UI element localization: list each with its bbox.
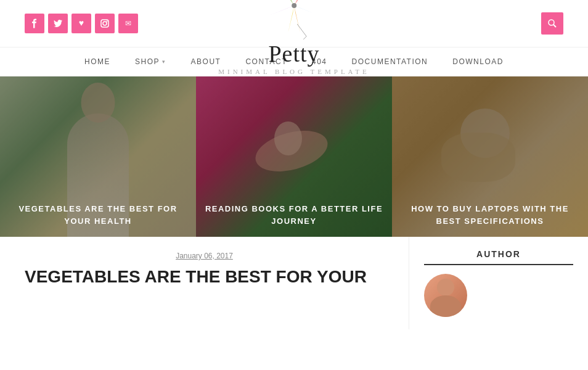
social-icons: ♥ ✉ <box>25 14 138 33</box>
logo-subtitle: Minimal Blog Template <box>218 68 370 75</box>
svg-point-6 <box>549 20 554 25</box>
article-preview: January 06, 2017 VEGETABLES ARE THE BEST… <box>0 237 409 329</box>
author-label: AUTHOR <box>424 249 573 265</box>
svg-point-1 <box>103 22 107 25</box>
email-icon[interactable]: ✉ <box>118 14 138 33</box>
featured-post-2[interactable]: READING BOOKS FOR A BETTER LIFE JOURNEY <box>196 76 392 237</box>
logo: Petty Minimal Blog Template <box>218 0 370 75</box>
author-avatar <box>424 274 467 317</box>
article-date: January 06, 2017 <box>25 252 384 260</box>
featured-caption-3: HOW TO BUY LAPTOPS WITH THE BEST SPECIFI… <box>392 193 588 237</box>
search-button[interactable] <box>541 12 563 35</box>
svg-line-4 <box>297 24 306 36</box>
sidebar: AUTHOR <box>409 237 588 329</box>
svg-line-7 <box>553 25 556 27</box>
shop-chevron: ▾ <box>162 59 166 65</box>
facebook-icon[interactable] <box>25 14 44 33</box>
author-content <box>424 274 573 317</box>
heart-icon[interactable]: ♥ <box>71 14 91 33</box>
header: ♥ ✉ <box>0 0 588 47</box>
nav-download[interactable]: DOWNLOAD <box>440 47 516 76</box>
article-title[interactable]: VEGETABLES ARE THE BEST FOR YOUR <box>25 266 384 287</box>
bottom-section: January 06, 2017 VEGETABLES ARE THE BEST… <box>0 237 588 329</box>
featured-post-3[interactable]: HOW TO BUY LAPTOPS WITH THE BEST SPECIFI… <box>392 76 588 237</box>
featured-post-1[interactable]: VEGETABLES ARE THE BEST FOR YOUR HEALTH <box>0 76 196 237</box>
featured-grid: VEGETABLES ARE THE BEST FOR YOUR HEALTH … <box>0 76 588 237</box>
twitter-icon[interactable] <box>48 14 68 33</box>
logo-text: Petty <box>268 41 319 67</box>
featured-caption-1: VEGETABLES ARE THE BEST FOR YOUR HEALTH <box>0 193 196 237</box>
instagram-icon[interactable] <box>95 14 115 33</box>
featured-caption-2: READING BOOKS FOR A BETTER LIFE JOURNEY <box>196 193 392 237</box>
nav-shop[interactable]: SHOP ▾ <box>123 47 179 76</box>
svg-line-5 <box>300 36 306 39</box>
svg-point-3 <box>292 3 296 8</box>
nav-home[interactable]: HOME <box>72 47 123 76</box>
svg-point-2 <box>107 21 108 22</box>
logo-graphic <box>260 0 328 39</box>
logo-title: Petty <box>218 42 370 65</box>
